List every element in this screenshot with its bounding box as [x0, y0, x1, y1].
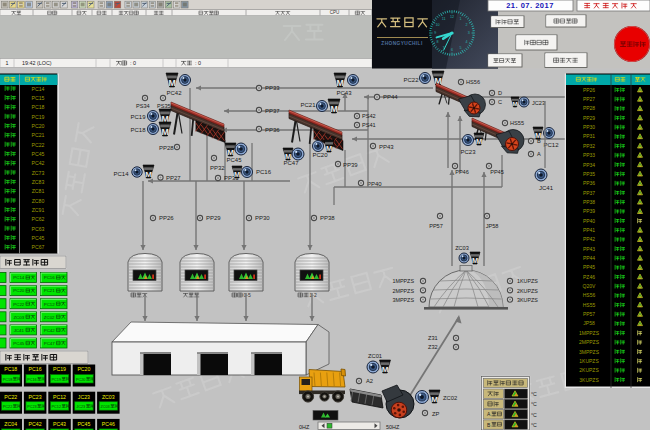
svg-text:PP42: PP42	[583, 236, 595, 242]
svg-text:4: 4	[466, 40, 468, 44]
svg-text:PC12: PC12	[44, 302, 56, 307]
svg-text:°C: °C	[531, 391, 537, 397]
svg-text:PC20: PC20	[77, 366, 90, 372]
svg-text:PP36: PP36	[583, 180, 595, 186]
svg-text:PP43: PP43	[583, 246, 595, 252]
svg-text:: 0: : 0	[130, 60, 136, 66]
svg-text:3KUPZS: 3KUPZS	[517, 297, 538, 303]
svg-text:PC18: PC18	[130, 127, 146, 133]
svg-text:PS41: PS41	[362, 122, 376, 128]
svg-text:1: 1	[6, 60, 9, 66]
svg-text:HS56: HS56	[583, 292, 596, 298]
svg-text:PC14: PC14	[32, 86, 45, 92]
svg-text:ZHONGYUCHILI: ZHONGYUCHILI	[381, 41, 423, 46]
svg-text:19:42 (LOC): 19:42 (LOC)	[22, 60, 52, 66]
svg-text:8: 8	[437, 40, 439, 44]
svg-text:1: 1	[459, 17, 461, 21]
svg-text:9: 9	[434, 31, 436, 35]
svg-text:PC16: PC16	[29, 366, 42, 372]
svg-text:PC45: PC45	[77, 421, 90, 427]
svg-text:PC14: PC14	[113, 171, 129, 177]
svg-text:°C: °C	[531, 401, 537, 407]
svg-text:PC19: PC19	[32, 114, 45, 120]
svg-text:PC46: PC46	[102, 421, 115, 427]
svg-text:PP37: PP37	[265, 108, 280, 114]
svg-text:PP39: PP39	[583, 208, 595, 214]
svg-text:PC43: PC43	[53, 421, 66, 427]
svg-text:PP46: PP46	[455, 169, 469, 175]
svg-text:ZC04: ZC04	[4, 421, 17, 427]
svg-text:PC22: PC22	[32, 142, 45, 148]
svg-text:ZC91: ZC91	[32, 207, 45, 213]
svg-text:PP38: PP38	[583, 199, 595, 205]
svg-text:ZC81: ZC81	[32, 188, 45, 194]
svg-text:M: M	[234, 170, 240, 179]
svg-text:CPU: CPU	[330, 10, 340, 15]
svg-text:PP32: PP32	[583, 143, 595, 149]
svg-text:PC63: PC63	[32, 226, 45, 232]
svg-text:2MPPZS: 2MPPZS	[579, 339, 600, 345]
svg-text:PC19: PC19	[53, 366, 66, 372]
svg-text:PP28: PP28	[583, 105, 595, 111]
svg-text:C: C	[498, 99, 502, 105]
svg-text:10: 10	[436, 23, 440, 27]
svg-text:M: M	[431, 395, 438, 404]
svg-text:PP32: PP32	[210, 165, 225, 171]
svg-text:PP29: PP29	[206, 215, 221, 221]
svg-text:PP45: PP45	[583, 264, 595, 270]
svg-text:PC12: PC12	[53, 394, 66, 400]
svg-text:PC21: PC21	[32, 132, 45, 138]
svg-text:M: M	[145, 170, 152, 179]
svg-text:PC19: PC19	[130, 114, 146, 120]
svg-text:°C: °C	[531, 412, 537, 418]
svg-text:PC21: PC21	[300, 102, 316, 108]
svg-text:ZC83: ZC83	[32, 179, 45, 185]
svg-text:PC20: PC20	[32, 123, 45, 129]
svg-text:PC19: PC19	[52, 378, 62, 382]
svg-text:PP39: PP39	[343, 162, 358, 168]
svg-text:HS55: HS55	[510, 120, 524, 126]
svg-text:PC20: PC20	[76, 378, 86, 382]
svg-text:D: D	[498, 90, 502, 96]
svg-text:2MPPZS: 2MPPZS	[392, 288, 414, 294]
svg-text:ZC80: ZC80	[32, 198, 45, 204]
svg-text:2KUPZS: 2KUPZS	[579, 367, 599, 373]
svg-text:PP33: PP33	[265, 85, 280, 91]
svg-text:PP57: PP57	[583, 311, 595, 317]
svg-text:PP41: PP41	[583, 227, 595, 233]
svg-text:A: A	[537, 151, 541, 157]
svg-text:PC45: PC45	[13, 341, 25, 346]
svg-text:ZC01: ZC01	[368, 353, 382, 359]
svg-text:6: 6	[451, 48, 453, 52]
svg-text:PC21: PC21	[44, 288, 56, 293]
svg-text:3MPPZS: 3MPPZS	[579, 349, 600, 355]
svg-text:M: M	[382, 365, 389, 374]
svg-text:PC45: PC45	[32, 235, 45, 241]
svg-text:PC47: PC47	[44, 341, 56, 346]
svg-text:PC16: PC16	[256, 169, 272, 175]
svg-text:PC16: PC16	[27, 378, 37, 382]
svg-text:ZC03: ZC03	[13, 315, 24, 320]
svg-text:ZC03: ZC03	[102, 394, 115, 400]
svg-text:PP30: PP30	[255, 215, 270, 221]
svg-text:JC23: JC23	[76, 405, 85, 409]
svg-text:JP58: JP58	[583, 320, 595, 326]
svg-text:PC23: PC23	[29, 394, 42, 400]
svg-text:ZP: ZP	[432, 411, 440, 417]
svg-text:PC42: PC42	[166, 90, 182, 96]
svg-text:PC14: PC14	[13, 275, 25, 280]
svg-text:ZC02: ZC02	[44, 315, 55, 320]
svg-text:PP35: PP35	[583, 171, 595, 177]
svg-text:PC22: PC22	[13, 302, 25, 307]
svg-text:PP36: PP36	[265, 127, 280, 133]
svg-text:M: M	[512, 100, 517, 107]
svg-text:0HZ: 0HZ	[299, 424, 310, 430]
svg-text:PC18: PC18	[4, 366, 17, 372]
svg-text:PP40: PP40	[367, 181, 382, 187]
svg-text:PC18: PC18	[32, 104, 45, 110]
svg-text:PP29: PP29	[583, 115, 595, 121]
svg-text:: 0: : 0	[195, 60, 201, 66]
svg-text:PC47: PC47	[283, 160, 299, 166]
svg-text:ZC03: ZC03	[455, 245, 469, 251]
svg-text:PC42: PC42	[32, 160, 45, 166]
